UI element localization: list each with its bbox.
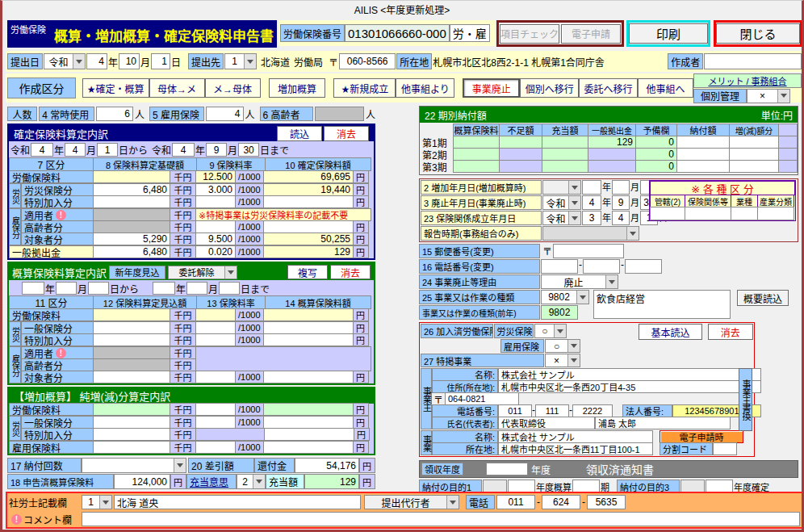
author-field[interactable] <box>704 53 802 69</box>
rosai-dropdown[interactable]: ○ <box>534 324 567 338</box>
report-dropdown[interactable] <box>542 226 639 241</box>
gaisan-from-day[interactable] <box>88 282 109 295</box>
comment-field[interactable] <box>82 512 800 526</box>
kubun-v2[interactable] <box>685 207 731 220</box>
f2-year-field[interactable] <box>582 180 601 195</box>
f25-name-field[interactable]: 飲食店経営 <box>593 290 731 319</box>
kakutei-from-year[interactable]: 4 <box>31 143 53 157</box>
submit-era-dropdown[interactable]: 令和 <box>44 53 86 69</box>
kubun-v3[interactable] <box>731 207 758 220</box>
gaisan-from-month[interactable] <box>56 282 77 295</box>
owner-tel1[interactable]: 011 <box>498 404 532 417</box>
kubun-v1[interactable] <box>650 207 685 220</box>
gaisan-to-day[interactable] <box>219 282 240 295</box>
submit-month-field[interactable]: 10 <box>119 53 140 69</box>
kubun-me-botai-button[interactable]: メ→母体 <box>205 78 261 98</box>
base-field[interactable] <box>93 333 170 346</box>
denshi-shinsei-button[interactable]: 電子申請時 <box>660 430 743 443</box>
insurance-number-value[interactable]: 01301066660-000 <box>345 24 450 42</box>
kakutei-read-button[interactable]: 読込 <box>277 126 322 141</box>
rep-name-field[interactable]: 浦島 太郎 <box>595 417 731 429</box>
gaisan-copy-button[interactable]: 複写 <box>287 265 328 279</box>
rep-title-field[interactable]: 代表取締役 <box>498 417 595 429</box>
owner-addr-field[interactable]: 札幌市中央区北一条西20丁目4-35 <box>498 380 761 393</box>
print-button[interactable]: 印刷 <box>629 23 708 44</box>
owner-rewrite-button[interactable]: 事業主書換 <box>739 368 752 431</box>
f3-month-field[interactable]: 9 <box>612 195 630 210</box>
kubun-zoka-button[interactable]: 増加概算 <box>269 78 326 98</box>
base-field[interactable]: 6,480 <box>93 183 170 196</box>
insurance-kind-value[interactable]: 労・雇 <box>450 24 490 42</box>
f2-era-dropdown[interactable] <box>542 180 581 195</box>
rate-field[interactable] <box>195 321 236 334</box>
amount-field[interactable] <box>264 428 354 441</box>
juto-ishi-label[interactable]: 充当意思 <box>186 474 237 489</box>
base-field[interactable] <box>93 195 170 208</box>
kobetsu-kanri-dropdown[interactable]: × <box>747 89 790 103</box>
owner-tel3[interactable]: 2222 <box>572 404 613 417</box>
koyo-count-field[interactable]: 4 <box>206 107 243 121</box>
owner-name-field[interactable]: 株式会社 サンプル <box>498 368 761 381</box>
zogen-cell[interactable] <box>729 136 779 149</box>
base-field[interactable]: 6,480 <box>93 245 170 258</box>
daiko-dropdown[interactable]: 提出代行者 <box>364 495 459 509</box>
nofu-cell[interactable] <box>676 160 730 173</box>
itaku-kaijo-dropdown[interactable]: 委託解除 <box>168 266 237 279</box>
kakutei-to-month[interactable]: 9 <box>206 143 227 157</box>
amount-field[interactable] <box>263 416 354 429</box>
footer-tel1[interactable]: 011 <box>496 495 535 509</box>
kubun-haishi-button[interactable]: 事業廃止 <box>463 78 520 98</box>
zogen-cell[interactable] <box>729 148 779 161</box>
amount-field[interactable] <box>263 371 354 383</box>
f3-year-field[interactable]: 4 <box>582 195 601 210</box>
joji-field[interactable]: 6 <box>96 107 133 121</box>
footer-tel3[interactable]: 5635 <box>587 495 626 509</box>
base-field[interactable] <box>93 441 170 454</box>
rate-field[interactable] <box>195 371 236 383</box>
submit-dest-dropdown[interactable]: 1 <box>224 53 257 69</box>
f18-field[interactable]: 124,000 <box>114 474 170 489</box>
f2-month-field[interactable] <box>612 180 630 195</box>
gaisan-from-year[interactable] <box>22 282 44 295</box>
submit-day-field[interactable]: 1 <box>151 53 170 69</box>
footer-tel2[interactable]: 624 <box>542 495 580 509</box>
shinnendo-button[interactable]: 新年度見込 <box>109 266 165 279</box>
dest-postal-field[interactable]: 060-8566 <box>339 53 396 69</box>
close-button[interactable]: 閉じる <box>716 23 800 44</box>
kakutei-clear-button[interactable]: 消去 <box>324 126 369 141</box>
f23-month-field[interactable]: 4 <box>612 211 630 225</box>
kihon-read-button[interactable]: 基本読込 <box>639 324 701 340</box>
f17-dropdown[interactable] <box>82 458 186 473</box>
kakutei-to-day[interactable]: 30 <box>238 143 259 157</box>
kubun-shinki-button[interactable]: ★新規成立 <box>333 78 396 98</box>
owner-clear-button[interactable]: 消去 <box>708 324 753 340</box>
kubun-tajiso-he-button[interactable]: 他事組へ <box>638 78 693 98</box>
f23-year-field[interactable]: 3 <box>582 211 601 225</box>
amount-field[interactable] <box>263 195 354 208</box>
rate-field[interactable] <box>195 195 236 208</box>
f16-tel3[interactable] <box>625 259 662 274</box>
kubun-v4[interactable] <box>757 207 794 220</box>
nofu-cell[interactable] <box>676 148 730 161</box>
kubun-botai-button[interactable]: 母体→メ <box>149 78 205 98</box>
kakutei-to-year[interactable]: 4 <box>172 143 195 157</box>
amount-field[interactable] <box>263 220 354 233</box>
kubun-tajiso-yori-button[interactable]: 他事組より <box>396 78 454 98</box>
base-field[interactable] <box>93 371 170 383</box>
rate-field[interactable] <box>195 441 236 454</box>
f25-code-dropdown[interactable]: 9802 <box>541 290 589 304</box>
base-field[interactable] <box>93 428 170 441</box>
nofu-cell[interactable] <box>676 136 730 149</box>
merit-jimukumiai-label[interactable]: メリット / 事務組合 <box>693 73 802 88</box>
rate-field[interactable]: 0.020 <box>195 245 236 258</box>
f3-era-dropdown[interactable]: 令和 <box>542 195 581 210</box>
owner-postal-field[interactable]: 064-0821 <box>445 392 519 405</box>
sharoushi-name-field[interactable]: 北海 道央 <box>114 495 361 509</box>
f27-dropdown[interactable]: × <box>545 354 580 367</box>
kakutei-from-day[interactable]: 1 <box>97 143 118 157</box>
f23-era-dropdown[interactable]: 令和 <box>542 211 581 225</box>
zogen-cell[interactable] <box>729 160 779 173</box>
base-field[interactable] <box>93 416 170 429</box>
koyo-dropdown[interactable]: ○ <box>545 339 580 353</box>
gaiyo-read-button[interactable]: 概要読込 <box>737 290 789 306</box>
